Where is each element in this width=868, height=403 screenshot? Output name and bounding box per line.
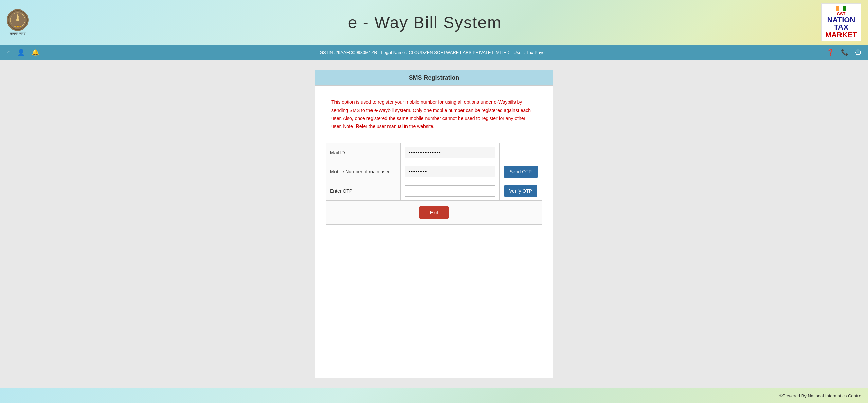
fields-table: Mail ID Mobile Number of main user [326,143,542,225]
send-otp-button[interactable]: Send OTP [504,166,538,178]
bell-icon[interactable]: 🔔 [32,49,39,56]
phone-icon[interactable]: 📞 [841,49,848,56]
svg-point-2 [16,19,19,21]
navbar-left-icons: ⌂ 👤 🔔 [7,49,39,56]
mobile-label: Mobile Number of main user [326,162,401,181]
mail-id-row: Mail ID [326,143,542,162]
otp-label: Enter OTP [326,181,401,201]
mail-id-label: Mail ID [326,143,401,162]
navbar-right-icons: ❓ 📞 ⏻ [827,49,861,56]
mail-id-input[interactable] [405,147,495,158]
otp-input-cell [401,181,500,201]
verify-otp-button[interactable]: Verify OTP [504,185,537,197]
govt-logo: 🦁🦁🦁 सत्यमेव जयते [7,9,29,36]
page-footer: ©Powered By National Informatics Centre [0,388,868,403]
mail-id-input-cell [401,143,500,162]
verify-otp-cell: Verify OTP [499,181,542,201]
main-content: SMS Registration This option is used to … [0,60,868,388]
exit-button[interactable]: Exit [419,206,448,219]
form-body: This option is used to register your mob… [315,86,553,231]
navbar: ⌂ 👤 🔔 GSTIN :29AAFCC9980M1ZR - Legal Nam… [0,45,868,60]
emblem-subtext: सत्यमेव जयते [10,32,26,36]
info-message: This option is used to register your mob… [326,93,542,136]
exit-row: Exit [326,201,542,225]
brand-tax-label: TAX [834,24,848,31]
exit-cell: Exit [326,201,542,225]
send-otp-cell: Send OTP [499,162,542,181]
mail-id-action-cell [499,143,542,162]
navbar-info: GSTIN :29AAFCC9980M1ZR - Legal Name : CL… [39,50,827,55]
brand-nation-label: NATION [827,16,855,24]
page-title: e - Way Bill System [29,13,821,32]
help-icon[interactable]: ❓ [827,49,834,56]
brand-logo: GST NATION TAX MARKET [821,3,861,41]
power-icon[interactable]: ⏻ [855,49,861,56]
user-icon[interactable]: 👤 [17,49,25,56]
form-title: SMS Registration [315,70,553,86]
emblem-icon: 🦁🦁🦁 [7,9,29,31]
mobile-input[interactable] [405,166,495,177]
svg-point-5 [17,17,19,19]
otp-input[interactable] [405,185,495,197]
brand-market-label: MARKET [825,31,857,39]
home-icon[interactable]: ⌂ [7,49,11,56]
sms-registration-form: SMS Registration This option is used to … [315,70,553,378]
footer-text: ©Powered By National Informatics Centre [779,393,861,398]
mobile-row: Mobile Number of main user Send OTP [326,162,542,181]
otp-row: Enter OTP Verify OTP [326,181,542,201]
page-header: 🦁🦁🦁 सत्यमेव जयते e - Way Bill System GST… [0,0,868,45]
mobile-input-cell [401,162,500,181]
svg-text:🦁🦁🦁: 🦁🦁🦁 [14,25,22,28]
